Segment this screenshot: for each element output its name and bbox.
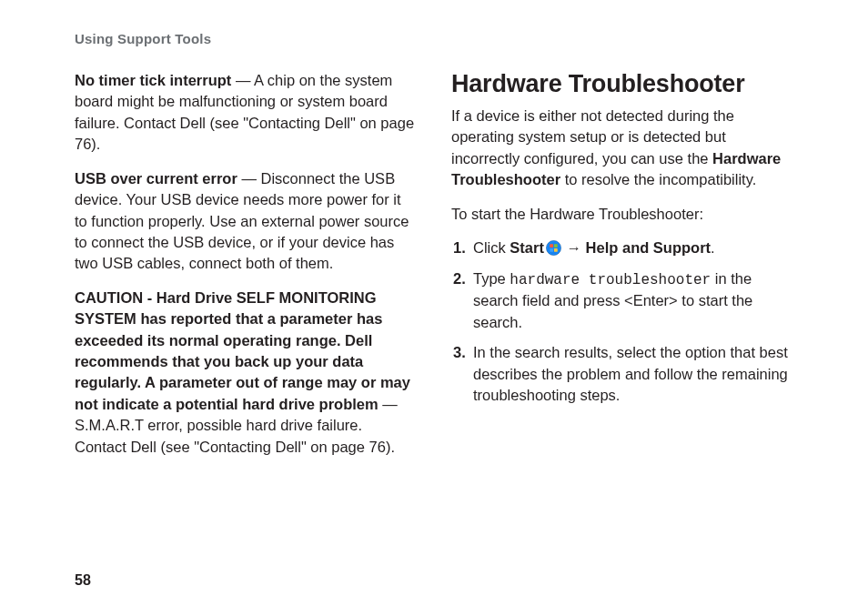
step3-text: In the search results, select the option… — [473, 344, 788, 403]
term-usb-overcurrent: USB over current error — [75, 170, 237, 187]
svg-rect-2 — [550, 244, 553, 247]
term-smart-caution: CAUTION - Hard Drive SELF MONITORING SYS… — [75, 289, 410, 412]
svg-rect-5 — [554, 248, 558, 252]
step2-pre: Type — [473, 270, 510, 287]
step1-start: Start — [510, 239, 544, 256]
steps-list: Click Start → Help and Support. — [451, 237, 793, 406]
heading-hardware-troubleshooter: Hardware Troubleshooter — [451, 70, 793, 98]
step2-command: hardware troubleshooter — [510, 272, 711, 288]
two-column-layout: No timer tick interrupt — A chip on the … — [75, 70, 793, 470]
svg-rect-4 — [550, 248, 553, 252]
para-no-timer-tick: No timer tick interrupt — A chip on the … — [75, 70, 417, 156]
page-number: 58 — [75, 572, 91, 589]
step1-pre: Click — [473, 239, 510, 256]
step-1: Click Start → Help and Support. — [473, 237, 793, 258]
intro-post: to resolve the incompatibility. — [560, 171, 756, 187]
svg-point-1 — [548, 242, 560, 254]
windows-start-icon — [546, 240, 561, 256]
svg-rect-3 — [554, 244, 558, 247]
page: Using Support Tools No timer tick interr… — [0, 0, 868, 616]
start-line: To start the Hardware Troubleshooter: — [451, 204, 793, 225]
step-3: In the search results, select the option… — [473, 342, 793, 406]
term-no-timer: No timer tick interrupt — [75, 72, 231, 88]
step1-help-support: Help and Support — [586, 239, 712, 256]
intro-paragraph: If a device is either not detected durin… — [451, 106, 793, 191]
running-head: Using Support Tools — [75, 31, 793, 46]
step1-arrow: → — [562, 239, 586, 256]
para-usb-overcurrent: USB over current error — Disconnect the … — [75, 168, 417, 275]
right-column: Hardware Troubleshooter If a device is e… — [451, 70, 793, 470]
intro-pre: If a device is either not detected durin… — [451, 107, 734, 167]
para-smart-caution: CAUTION - Hard Drive SELF MONITORING SYS… — [75, 288, 417, 458]
step-2: Type hardware troubleshooter in the sear… — [473, 268, 793, 334]
left-column: No timer tick interrupt — A chip on the … — [75, 70, 417, 470]
step1-post: . — [711, 239, 715, 256]
